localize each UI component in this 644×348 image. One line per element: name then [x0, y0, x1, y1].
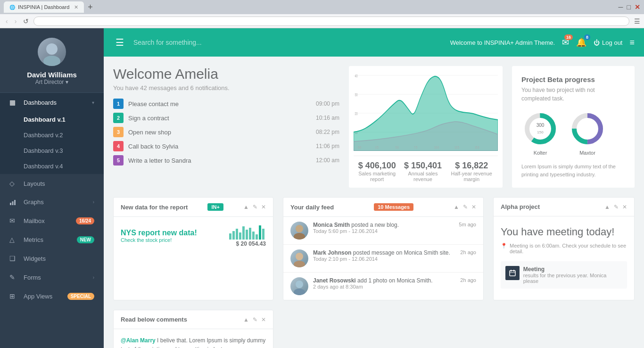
- edit-btn[interactable]: ✎: [253, 204, 257, 210]
- comments-collapse-btn[interactable]: ▲: [243, 316, 249, 323]
- svg-rect-29: [236, 229, 238, 240]
- meeting-card: Meeting results for the previous year. M…: [501, 261, 627, 289]
- menu-toggle-btn[interactable]: ☰: [113, 34, 126, 50]
- sidebar-item-layouts[interactable]: ◇ Layouts: [0, 174, 104, 193]
- search-input[interactable]: [133, 39, 443, 46]
- topbar-menu-icon[interactable]: ≡: [629, 38, 635, 48]
- sidebar-item-graphs[interactable]: Graphs ›: [0, 193, 104, 211]
- sidebar-item-metrics[interactable]: △ Metrics NEW: [0, 230, 104, 249]
- sidebar-item-dashboard-v1[interactable]: Dashboard v.1: [0, 112, 104, 127]
- sidebar-item-dashboard-v2[interactable]: Dashboard v.2: [0, 127, 104, 143]
- alpha-card-title: Alpha project: [501, 203, 540, 210]
- sidebar-profile: David Williams Art Director ▾: [0, 28, 104, 93]
- logout-btn[interactable]: ⏻ Log out: [594, 39, 622, 46]
- alpha-close-btn[interactable]: ✕: [622, 204, 627, 210]
- svg-point-0: [46, 43, 58, 55]
- browser-tab[interactable]: 🌐 INSPINIA | Dashboard ✕: [4, 1, 84, 13]
- alpha-meeting-title: You have meeting today!: [501, 226, 627, 238]
- window-close-btn[interactable]: ✕: [635, 3, 640, 11]
- logout-label: Log out: [602, 39, 622, 46]
- welcome-chart: 40 30 20 10 0.0 2.5: [349, 66, 503, 188]
- report-highlight: NYS report new data!: [121, 229, 197, 237]
- collapse-btn[interactable]: ▲: [243, 204, 249, 210]
- main-area: ☰ Welcome to INSPINIA+ Admin Theme. ✉ 16…: [104, 28, 644, 348]
- metrics-badge: NEW: [77, 236, 94, 243]
- svg-rect-30: [239, 232, 241, 240]
- comments-edit-btn[interactable]: ✎: [253, 316, 257, 323]
- widgets-icon: ❑: [9, 255, 19, 262]
- task-time-5: 12:00 am: [316, 157, 339, 164]
- app-views-badge: SPECIAL: [67, 293, 94, 300]
- meeting-icon: [505, 266, 520, 280]
- notifications-count: 16: [564, 34, 573, 40]
- back-btn[interactable]: ‹: [4, 17, 10, 26]
- stat-value-3: $ 16,822: [445, 161, 498, 171]
- meeting-info: Meeting results for the previous year. M…: [523, 266, 622, 284]
- sidebar-item-dashboard-v3[interactable]: Dashboard v.3: [0, 143, 104, 158]
- sidebar-item-dashboards[interactable]: ▦ Dashboards ▾: [0, 93, 104, 112]
- feed-item-3: Janet Rosowski add 1 photo on Monica Smi…: [283, 273, 483, 300]
- comment-user[interactable]: @Alan Marry: [121, 337, 156, 344]
- close-btn[interactable]: ✕: [261, 204, 266, 210]
- area-chart-svg: 40 30 20 10 0.0 2.5: [354, 71, 498, 151]
- svg-rect-34: [252, 232, 255, 240]
- stat-label-1: Sales marketing report: [354, 171, 400, 182]
- window-max-btn[interactable]: □: [627, 3, 631, 11]
- svg-text:300: 300: [537, 123, 545, 128]
- task-name-1: Please contact me: [128, 100, 311, 108]
- comments-close-btn[interactable]: ✕: [261, 316, 266, 323]
- widgets-label: Widgets: [24, 255, 94, 262]
- svg-point-38: [296, 225, 303, 232]
- reload-btn[interactable]: ↺: [21, 17, 31, 26]
- role-dropdown-icon[interactable]: ▾: [66, 79, 68, 85]
- comment-text: @Alan Marry I belive that. Lorem Ipsum i…: [121, 336, 266, 348]
- kolter-label: Kolter: [521, 150, 559, 156]
- project-title: Project Beta progress: [521, 75, 625, 83]
- feed-edit-btn[interactable]: ✎: [463, 204, 468, 210]
- tab-close-btn[interactable]: ✕: [74, 4, 78, 10]
- forms-icon: ✎: [9, 273, 19, 281]
- cards-row-2: Read below comments ▲ ✎ ✕ @Alan Marry I …: [113, 310, 635, 348]
- layouts-label: Layouts: [24, 180, 94, 187]
- feed-header-actions: ▲ ✎ ✕: [454, 204, 476, 210]
- forward-btn[interactable]: ›: [13, 17, 19, 26]
- topbar-actions: ✉ 16 🔔 8 ⏻ Log out ≡: [562, 37, 635, 48]
- sidebar-item-app-views[interactable]: ⊞ App Views SPECIAL: [0, 287, 104, 306]
- dashboards-submenu: Dashboard v.1 Dashboard v.2 Dashboard v.…: [0, 112, 104, 174]
- alpha-collapse-btn[interactable]: ▲: [604, 204, 610, 210]
- svg-rect-2: [10, 203, 11, 205]
- messages-btn[interactable]: 🔔 8: [576, 37, 586, 48]
- chart-area: 40 30 20 10 0.0 2.5: [354, 71, 498, 156]
- sidebar-item-widgets[interactable]: ❑ Widgets: [0, 249, 104, 268]
- report-link[interactable]: Check the stock price!: [121, 237, 197, 243]
- alpha-edit-btn[interactable]: ✎: [614, 204, 619, 210]
- welcome-subtitle: You have 42 messages and 6 notifications…: [113, 84, 339, 91]
- forms-label: Forms: [24, 274, 93, 281]
- new-tab-btn[interactable]: +: [88, 2, 93, 12]
- svg-text:12.5: 12.5: [454, 145, 459, 149]
- feed-avatar-img-1: [290, 222, 308, 240]
- svg-text:40: 40: [355, 74, 357, 79]
- task-num-5: 5: [113, 155, 124, 166]
- alpha-detail: 📍 Meeting is on 6:00am. Check your sched…: [501, 243, 627, 254]
- sidebar-item-dashboard-v4[interactable]: Dashboard v.4: [0, 158, 104, 174]
- task-time-2: 10:16 am: [316, 115, 339, 121]
- window-min-btn[interactable]: ─: [619, 3, 623, 11]
- svg-rect-44: [510, 271, 515, 276]
- feed-content-2: Mark Johnson posted message on Monica Sm…: [313, 249, 455, 267]
- sidebar-item-forms[interactable]: ✎ Forms ›: [0, 268, 104, 287]
- feed-collapse-btn[interactable]: ▲: [454, 204, 459, 210]
- feed-detail-2: Today 2:10 pm - 12.06.2014: [313, 256, 455, 262]
- sidebar-item-mailbox[interactable]: ✉ Mailbox 16/24: [0, 211, 104, 230]
- feed-ago-2: 2h ago: [460, 249, 476, 267]
- main-content: Welcome Amelia You have 42 messages and …: [104, 57, 644, 348]
- address-bar[interactable]: [33, 17, 629, 26]
- alpha-card: Alpha project ▲ ✎ ✕ You have meeting tod…: [493, 197, 635, 300]
- welcome-left: Welcome Amelia You have 42 messages and …: [113, 66, 339, 188]
- svg-text:10.0: 10.0: [434, 145, 439, 149]
- feed-close-btn[interactable]: ✕: [471, 204, 476, 210]
- notifications-btn[interactable]: ✉ 16: [562, 37, 569, 48]
- meeting-name: Meeting: [523, 266, 622, 273]
- report-card-title: New data for the report: [121, 204, 188, 211]
- svg-rect-37: [262, 229, 264, 240]
